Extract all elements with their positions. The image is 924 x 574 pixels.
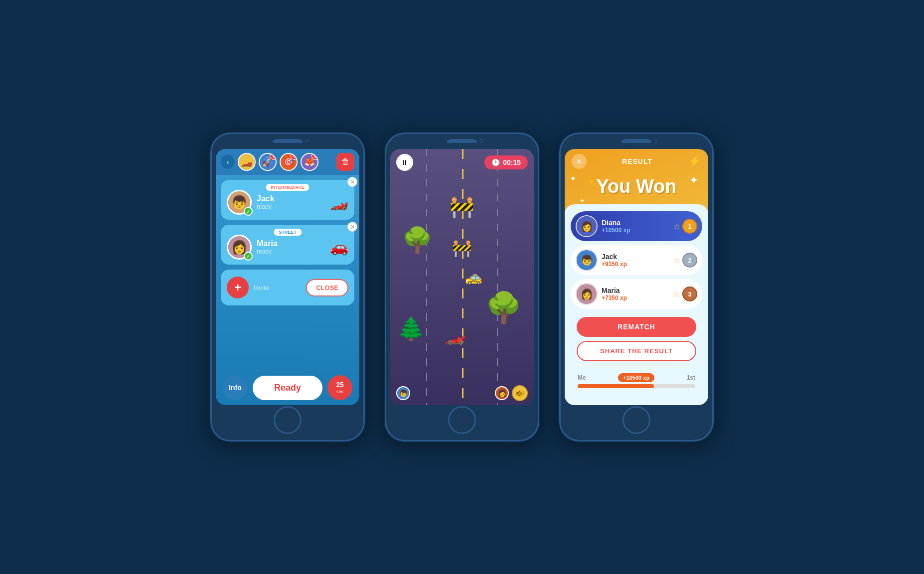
phone-3: ✕ RESULT ⚡ ✦ ✦ ✦ ✦ You Won xyxy=(559,133,714,441)
result-close-button[interactable]: ✕ xyxy=(572,154,587,169)
maria-result-name: Maria xyxy=(602,287,627,294)
share-button[interactable]: SHARE THE RESULT xyxy=(577,341,696,361)
scene: ‹ 🏎️ 🚀 🎯 🦊 🗑 xyxy=(190,113,734,461)
timer-badge: 25 sec xyxy=(327,375,352,400)
pause-button[interactable]: ⏸ xyxy=(396,154,413,171)
phone1-footer: Info Ready 25 sec xyxy=(216,370,359,405)
diana-info: Diana +10500 xp xyxy=(602,219,630,234)
maria-card: STREET ✕ 👩 ✓ Maria ready 🚗 xyxy=(221,225,354,265)
sparkle-3: ✦ xyxy=(580,197,585,204)
timer-display: 00:15 xyxy=(503,158,521,166)
me-rank: 1st xyxy=(687,374,695,381)
phone1-screen: ‹ 🏎️ 🚀 🎯 🦊 🗑 xyxy=(216,149,359,405)
diana-star: ☆ xyxy=(673,222,680,231)
result-row-diana: 👩 Diana +10500 xp ☆ 1 xyxy=(571,211,702,241)
invite-label: Invite xyxy=(254,284,269,291)
game-header: ⏸ 🕐 00:15 xyxy=(390,149,534,176)
trash-button[interactable]: 🗑 xyxy=(336,153,354,171)
you-won-section: ✦ ✦ ✦ ✦ You Won xyxy=(565,174,708,204)
game-footer: 👦 👩 🐠 xyxy=(390,381,534,405)
timer-unit: sec xyxy=(336,389,343,395)
sparkle-2: ✦ xyxy=(689,174,698,187)
rematch-button[interactable]: REMATCH xyxy=(577,317,696,337)
maria-level-badge: STREET xyxy=(274,229,302,236)
phone2-screen: 🌳 🌳 🌲 🚧 🚧 🏎️ 🚕 ⏸ 🕐 00:15 xyxy=(390,149,534,405)
opponent-car: 🚕 xyxy=(465,269,482,286)
me-progress-bar xyxy=(578,384,695,388)
result-row-jack: 👦 Jack +9350 xp ☆ 2 xyxy=(571,245,702,275)
diana-xp: +10500 xp xyxy=(602,227,630,234)
jack-level-badge: INTERMEDIATE xyxy=(266,184,309,191)
diana-rank-badge: 1 xyxy=(682,219,697,234)
jack-avatar-wrap: 👦 ✓ xyxy=(227,190,252,215)
player-car: 🏎️ xyxy=(445,325,465,345)
jack-car: 🏎️ xyxy=(330,193,348,211)
jack-card: INTERMEDIATE ✕ 👦 ✓ Jack ready 🏎️ xyxy=(221,180,354,220)
maria-status: ready xyxy=(257,248,325,255)
maria-avatar-wrap: 👩 ✓ xyxy=(227,235,252,260)
diana-rank: ☆ 1 xyxy=(673,219,697,234)
maria-rank: ☆ 3 xyxy=(673,287,697,301)
jack-info: Jack ready xyxy=(257,194,325,210)
invite-card: + Invite CLOSE xyxy=(221,270,354,305)
maria-close-button[interactable]: ✕ xyxy=(347,222,357,232)
jack-name: Jack xyxy=(257,194,325,203)
jack-result-name: Jack xyxy=(602,253,627,261)
clock-icon: 🕐 xyxy=(491,158,500,166)
me-bar-header: Me +10500 xp 1st xyxy=(578,373,695,382)
phone3-screen: ✕ RESULT ⚡ ✦ ✦ ✦ ✦ You Won xyxy=(565,149,708,405)
diana-name: Diana xyxy=(602,219,630,227)
result-header: ✕ RESULT ⚡ xyxy=(565,149,708,174)
maria-result-avatar: 👩 xyxy=(576,283,598,305)
me-section: Me +10500 xp 1st xyxy=(571,369,702,392)
diana-avatar: 👩 xyxy=(576,215,598,237)
phone-1: ‹ 🏎️ 🚀 🎯 🦊 🗑 xyxy=(210,133,365,441)
result-title: RESULT xyxy=(622,157,652,165)
tree-1: 🌳 xyxy=(402,226,433,255)
player1-mini-avatar: 👦 xyxy=(396,386,410,400)
maria-rank-badge: 3 xyxy=(682,287,697,301)
lightning-icon: ⚡ xyxy=(688,155,701,168)
maria-name: Maria xyxy=(257,239,325,248)
action-buttons: REMATCH SHARE THE RESULT xyxy=(571,313,702,365)
jack-rank: ☆ 2 xyxy=(673,253,697,268)
close-invite-button[interactable]: CLOSE xyxy=(306,279,348,296)
timer-number: 25 xyxy=(336,381,344,389)
jack-close-button[interactable]: ✕ xyxy=(347,177,357,187)
barrier-2: 🚧 xyxy=(452,239,472,258)
tree-2: 🌳 xyxy=(485,290,522,325)
jack-status: ready xyxy=(257,203,325,210)
jack-result-xp: +9350 xp xyxy=(602,261,627,268)
results-list: 👩 Diana +10500 xp ☆ 1 xyxy=(565,204,708,405)
maria-ready-check: ✓ xyxy=(244,252,253,261)
barrier-1: 🚧 xyxy=(450,195,474,219)
jack-result-info: Jack +9350 xp xyxy=(602,253,627,268)
back-button[interactable]: ‹ xyxy=(221,155,235,169)
jack-rank-badge: 2 xyxy=(682,253,697,268)
info-button[interactable]: Info xyxy=(223,375,248,400)
jack-star: ☆ xyxy=(673,256,680,265)
phone1-header: ‹ 🏎️ 🚀 🎯 🦊 🗑 xyxy=(216,149,359,175)
avatar-1: 🏎️ xyxy=(238,153,256,171)
ready-button[interactable]: Ready xyxy=(253,376,322,400)
tree-3: 🌲 xyxy=(397,315,425,342)
avatar-3: 🎯 xyxy=(280,153,298,171)
phone-2: 🌳 🌳 🌲 🚧 🚧 🏎️ 🚕 ⏸ 🕐 00:15 xyxy=(385,133,539,441)
maria-info: Maria ready xyxy=(257,239,325,255)
sparkle-1: ✦ xyxy=(570,174,576,183)
invite-plus-button[interactable]: + xyxy=(227,277,249,298)
result-row-maria: 👩 Maria +7350 xp ☆ 3 xyxy=(571,279,702,309)
me-xp-badge: +10500 xp xyxy=(618,373,654,382)
maria-star: ☆ xyxy=(673,289,680,299)
maria-result-xp: +7350 xp xyxy=(602,294,627,301)
sparkle-4: ✦ xyxy=(590,179,594,184)
fish-button[interactable]: 🐠 xyxy=(512,385,528,401)
game-timer: 🕐 00:15 xyxy=(484,155,528,169)
me-label: Me xyxy=(578,374,586,381)
player2-mini-avatar: 👩 xyxy=(495,386,509,400)
jack-ready-check: ✓ xyxy=(244,207,253,216)
jack-result-avatar: 👦 xyxy=(576,249,598,271)
maria-car: 🚗 xyxy=(330,238,348,256)
avatar-4: 🦊 xyxy=(301,153,318,171)
avatar-2: 🚀 xyxy=(259,153,277,171)
